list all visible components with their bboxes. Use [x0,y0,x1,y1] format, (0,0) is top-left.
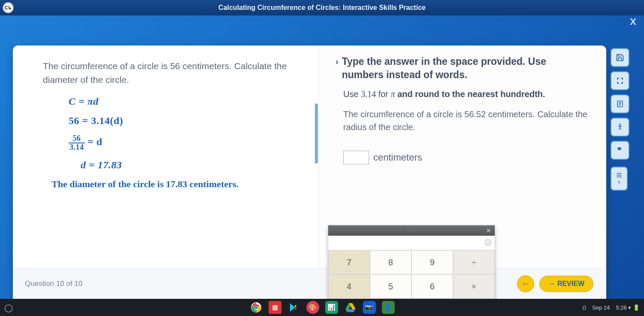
calculator-drag-handle[interactable]: ···· [407,228,416,233]
equation-3: 56 3.14 = d [69,134,297,152]
calc-key-3[interactable]: 3 [411,298,453,299]
close-button[interactable]: X [630,16,636,27]
page-title: Calculating Circumference of Circles: In… [218,4,426,12]
fraction-numerator: 56 [69,134,85,143]
answer-row: centimeters [343,151,590,164]
equation-4: d = 17.83 [81,159,297,171]
equation-3-tail: = d [85,136,103,147]
app-icon-4[interactable]: 👤 [382,301,395,314]
back-button[interactable]: ← [517,275,534,292]
instruction-text: Type the answer in the space provided. U… [342,55,590,82]
svg-point-4 [619,124,620,125]
answer-unit: centimeters [373,152,422,163]
calc-key-1[interactable]: 1 [328,298,370,299]
app-icon-1[interactable]: ▦ [269,301,281,314]
cast-icon[interactable]: ⎙ [583,304,586,311]
equation-2: 56 = 3.14(d) [69,115,297,127]
os-taskbar[interactable]: ◯ ▦ 🎨 📊 📷 👤 ⎙ Sep 24 5:26 ▾ 🔋 [0,299,644,316]
taskbar-time: 5:26 ▾ 🔋 [616,304,640,311]
app-icon-2[interactable]: 🎨 [306,301,319,314]
calculator-keypad: 7 8 9 ÷ 4 5 6 × 1 2 3 - [328,250,495,299]
play-store-icon[interactable] [287,301,300,314]
calc-key-5[interactable]: 5 [370,274,411,298]
pi-symbol: π [391,89,395,99]
question-body: The circumference of a circle is 56.52 c… [343,108,590,134]
equation-1: C = πd [69,96,297,107]
card-footer: Question 10 of 10 ← → REVIEW [13,268,606,299]
hint-mid: for [376,89,390,99]
chevron-right-icon: › [336,57,339,67]
tool-rail: ‹ [611,46,631,299]
scrollbar[interactable] [315,103,318,164]
calc-key-6[interactable]: 6 [411,274,453,298]
info-icon[interactable]: ⓘ [485,239,491,247]
accessibility-icon[interactable] [611,118,629,137]
answer-pane: › Type the answer in the space provided.… [319,46,606,268]
question-counter: Question 10 of 10 [25,280,82,288]
title-bar: C↳ Calculating Circumference of Circles:… [0,0,644,15]
hint-suffix: and round to the nearest hundredth. [395,89,545,99]
hint-prefix: Use [343,89,361,99]
review-button[interactable]: → REVIEW [539,276,593,292]
calc-key-7[interactable]: 7 [328,250,370,274]
chrome-icon[interactable] [250,301,263,314]
fullscreen-icon[interactable] [611,71,629,90]
calc-key-8[interactable]: 8 [370,250,411,274]
fraction-denominator: 3.14 [69,143,85,152]
app-logo: C↳ [3,2,14,13]
os-launcher-icon[interactable]: ◯ [4,303,13,313]
taskbar-date: Sep 24 [592,304,610,311]
worked-example-pane: The circumference of a circle is 56 cent… [13,46,319,268]
app-icon-3[interactable]: 📊 [325,301,338,314]
content-stage: The circumference of a circle is 56 cent… [0,15,644,299]
calc-key-9[interactable]: 9 [411,250,453,274]
calc-key-4[interactable]: 4 [328,274,370,298]
notes-icon[interactable] [611,94,629,113]
example-conclusion: The diameter of the circle is 17.83 cent… [51,179,297,190]
save-icon[interactable] [611,48,629,67]
question-card: The circumference of a circle is 56 cent… [13,46,606,299]
hint-value: 3.14 [361,89,376,99]
calc-key-2[interactable]: 2 [370,298,411,299]
calc-key-multiply[interactable]: × [453,274,495,298]
calculator-display: ⓘ [328,236,495,250]
calc-key-divide[interactable]: ÷ [453,250,495,274]
flag-icon[interactable] [611,141,629,160]
drive-icon[interactable] [344,301,357,314]
calculator-close-icon[interactable]: ✕ [486,227,491,234]
calculator-widget[interactable]: ···· ✕ ⓘ 7 8 9 ÷ 4 5 6 × [328,225,495,299]
example-intro: The circumference of a circle is 56 cent… [43,59,297,86]
answer-input[interactable] [343,151,369,164]
hint-text: Use 3.14 for π and round to the nearest … [343,89,590,99]
collapse-rail-button[interactable]: ‹ [611,167,628,191]
taskbar-apps: ▦ 🎨 📊 📷 👤 [250,301,395,314]
calculator-header[interactable]: ···· ✕ [328,225,495,236]
calc-key-minus[interactable]: - [453,298,495,299]
camera-icon[interactable]: 📷 [363,301,376,314]
